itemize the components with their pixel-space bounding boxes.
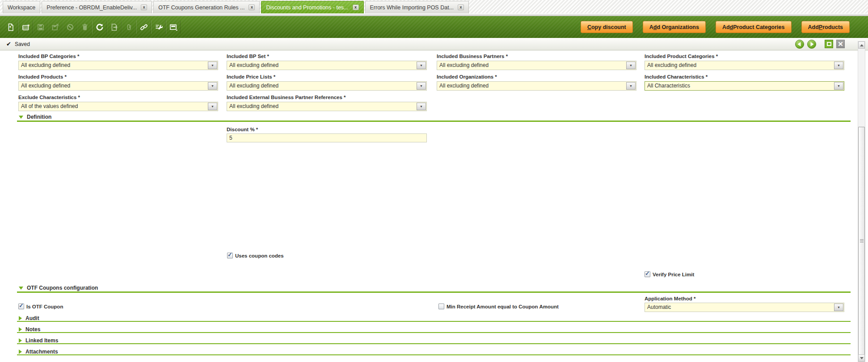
- section-title: Attachments: [25, 349, 58, 355]
- scroll-down-icon: [860, 357, 864, 359]
- section-divider: [17, 343, 851, 344]
- exclude-characteristics-select[interactable]: All of the values defined ▼: [18, 102, 218, 111]
- export-icon: [110, 23, 118, 31]
- discount-percent-label: Discount % *: [227, 127, 258, 132]
- section-divider: [17, 332, 851, 333]
- attachment-icon: [125, 23, 133, 31]
- included-bp-categories-label: Included BP Categories *: [18, 54, 80, 59]
- new-record-button[interactable]: *: [4, 21, 18, 34]
- delete-button[interactable]: [77, 21, 92, 34]
- included-bp-categories-select[interactable]: All excluding defined ▼: [18, 61, 218, 70]
- export-button[interactable]: [107, 21, 122, 34]
- toolbar-icon-group: * ✶: [4, 21, 181, 34]
- tab-otf-coupons-rules[interactable]: OTF Coupons Generation Rules ... x: [153, 1, 260, 13]
- dropdown-arrow-icon[interactable]: ▼: [834, 304, 843, 311]
- section-audit[interactable]: Audit: [19, 315, 39, 321]
- included-organizations-label: Included Organizations *: [437, 74, 497, 79]
- add-organizations-button[interactable]: Add Organizations: [643, 21, 706, 33]
- tab-close-icon[interactable]: x: [458, 4, 464, 10]
- scroll-down-button[interactable]: [858, 354, 865, 362]
- tab-label: Preference - OBRDM_EnableDeliv...: [46, 4, 137, 11]
- collapse-collapsed-icon: [19, 316, 22, 320]
- tools-button[interactable]: [151, 21, 166, 34]
- attachment-button[interactable]: [122, 21, 136, 34]
- previous-record-button[interactable]: [795, 40, 804, 49]
- included-business-partners-select[interactable]: All excluding defined ▼: [437, 61, 636, 70]
- tab-label: Discounts and Promotions - tes...: [266, 4, 348, 11]
- min-receipt-amount-checkbox[interactable]: [438, 304, 444, 309]
- tools-icon: [155, 23, 163, 31]
- tab-workspace[interactable]: Workspace: [3, 1, 40, 13]
- included-organizations-select[interactable]: All excluding defined ▼: [437, 81, 636, 91]
- include-price-lists-select[interactable]: All excluding defined ▼: [227, 81, 427, 91]
- dropdown-arrow-icon[interactable]: ▼: [834, 82, 843, 90]
- section-definition[interactable]: Definition: [19, 114, 51, 120]
- section-linked-items[interactable]: Linked Items: [19, 337, 58, 344]
- collapse-expanded-icon: [19, 116, 23, 119]
- included-product-categories-select[interactable]: All excluding defined ▼: [645, 61, 844, 70]
- uses-coupon-codes-row: ✓ Uses coupon codes: [227, 253, 284, 258]
- verify-price-limit-label: Verify Price Limit: [653, 272, 694, 277]
- refresh-button[interactable]: [92, 21, 107, 34]
- exclude-characteristics-label: Exclude Characteristics *: [18, 95, 80, 100]
- tab-close-icon[interactable]: x: [353, 4, 359, 10]
- form-grid-toggle-button[interactable]: [166, 21, 181, 34]
- tab-errors-importing-pos[interactable]: Errors While Importing POS Dat... x: [365, 1, 469, 13]
- dropdown-arrow-icon[interactable]: ▼: [834, 62, 843, 69]
- dropdown-arrow-icon[interactable]: ▼: [626, 62, 636, 69]
- svg-text:✶: ✶: [27, 23, 30, 28]
- section-otf-coupons-configuration[interactable]: OTF Coupons configuration: [19, 285, 98, 291]
- tab-label: Errors While Importing POS Dat...: [370, 4, 454, 11]
- included-bp-set-label: Included BP Set *: [227, 54, 269, 59]
- included-external-bp-references-select[interactable]: All excluding defined ▼: [227, 102, 427, 111]
- verify-price-limit-checkbox[interactable]: ✓: [645, 271, 650, 277]
- new-row-icon: ✶: [22, 23, 30, 31]
- included-characteristics-label: Included Characteristics *: [645, 74, 708, 79]
- checkbox-check-icon: ✓: [645, 270, 650, 277]
- collapse-expanded-icon: [19, 287, 23, 290]
- dropdown-arrow-icon[interactable]: ▼: [417, 62, 426, 69]
- uses-coupon-codes-checkbox[interactable]: ✓: [227, 253, 233, 258]
- tab-discounts-and-promotions[interactable]: Discounts and Promotions - tes... x: [261, 1, 363, 13]
- is-otf-coupon-checkbox[interactable]: ✓: [18, 304, 24, 309]
- close-form-button[interactable]: ✕: [836, 40, 845, 48]
- discount-percent-input[interactable]: 5: [227, 133, 427, 142]
- uses-coupon-codes-label: Uses coupon codes: [235, 253, 284, 258]
- included-bp-set-select[interactable]: All excluding defined ▼: [227, 61, 427, 70]
- application-method-select[interactable]: Automatic ▼: [645, 303, 844, 312]
- section-divider: [17, 321, 851, 322]
- add-product-categories-button[interactable]: Add Product Categories: [716, 21, 792, 33]
- included-products-select[interactable]: All excluding defined ▼: [18, 81, 218, 91]
- dropdown-arrow-icon[interactable]: ▼: [208, 103, 217, 110]
- dropdown-arrow-icon[interactable]: ▼: [208, 82, 217, 90]
- tab-preference[interactable]: Preference - OBRDM_EnableDeliv... x: [42, 1, 152, 13]
- maximize-form-button[interactable]: [825, 40, 833, 48]
- scroll-up-button[interactable]: [858, 42, 865, 49]
- section-notes[interactable]: Notes: [19, 326, 40, 333]
- undo-icon: [66, 23, 74, 31]
- min-receipt-amount-row: Min Receipt Amount equal to Coupon Amoun…: [438, 304, 559, 309]
- section-title: OTF Coupons configuration: [27, 285, 98, 291]
- copy-discount-button[interactable]: Copy discount: [581, 21, 633, 33]
- dropdown-arrow-icon[interactable]: ▼: [626, 82, 636, 90]
- scrollbar-thumb[interactable]: [858, 127, 865, 355]
- new-row-button[interactable]: ✶: [18, 21, 33, 34]
- tab-close-icon[interactable]: x: [249, 4, 255, 10]
- saved-check-icon: ✔: [6, 41, 11, 47]
- add-products-button[interactable]: Add Products: [801, 21, 850, 33]
- save-button[interactable]: [33, 21, 48, 34]
- status-bar-icons: ✕: [795, 40, 845, 49]
- tab-close-icon[interactable]: x: [141, 4, 147, 10]
- dropdown-arrow-icon[interactable]: ▼: [417, 103, 426, 110]
- section-attachments[interactable]: Attachments: [19, 349, 58, 355]
- save-and-close-button[interactable]: [48, 21, 63, 34]
- included-characteristics-select[interactable]: All Characteristics ▼: [645, 81, 844, 91]
- dropdown-arrow-icon[interactable]: ▼: [208, 62, 217, 69]
- next-record-button[interactable]: [807, 40, 816, 49]
- link-button[interactable]: [136, 21, 151, 34]
- dropdown-arrow-icon[interactable]: ▼: [417, 82, 426, 90]
- toolbar: * ✶: [0, 16, 868, 38]
- section-divider: [17, 291, 851, 293]
- vertical-scrollbar[interactable]: [858, 41, 865, 362]
- undo-button[interactable]: [63, 21, 77, 34]
